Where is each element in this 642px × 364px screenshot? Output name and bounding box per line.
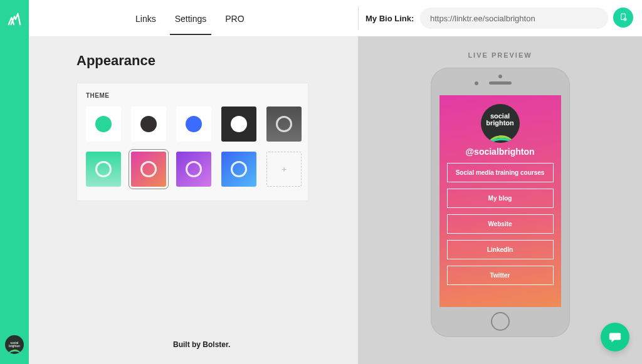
theme-swatch-black-white[interactable] — [221, 107, 256, 142]
theme-swatch-mint-gradient[interactable] — [86, 152, 121, 187]
nav-tabs: Links Settings PRO — [135, 1, 245, 35]
preview-link-button[interactable]: Social media training courses — [447, 163, 554, 182]
profile-logo: socialbrighton — [481, 104, 520, 143]
theme-panel-title: THEME — [86, 92, 299, 99]
bio-link-display[interactable]: https://linktr.ee/socialbrighton — [420, 8, 608, 29]
theme-panel: THEME + — [76, 83, 308, 201]
tab-settings[interactable]: Settings — [175, 1, 207, 35]
theme-grid: + — [86, 107, 299, 187]
chat-widget-button[interactable] — [601, 323, 629, 351]
topbar: Links Settings PRO My Bio Link: https://… — [29, 0, 642, 36]
brand-logo-icon — [8, 11, 21, 29]
theme-swatch-dark-solid[interactable] — [131, 107, 166, 142]
preview-link-button[interactable]: LinkedIn — [447, 240, 554, 259]
bio-link-label: My Bio Link: — [366, 14, 414, 23]
tab-pro[interactable]: PRO — [225, 1, 244, 35]
avatar-text: socialbrighton — [9, 341, 20, 348]
live-preview-label: LIVE PREVIEW — [468, 51, 532, 59]
phone-screen: socialbrighton @socialbrighton Social me… — [439, 95, 561, 307]
preview-links: Social media training coursesMy blogWebs… — [439, 163, 561, 285]
preview-link-button[interactable]: Twitter — [447, 266, 554, 285]
theme-swatch-purple-gradient[interactable] — [176, 152, 211, 187]
settings-pane: Appearance THEME + Built by Bolster. — [29, 36, 358, 364]
theme-add-button[interactable]: + — [266, 152, 302, 187]
tab-links[interactable]: Links — [135, 1, 156, 35]
theme-swatch-pink-gradient[interactable] — [131, 152, 166, 187]
phone-mockup: socialbrighton @socialbrighton Social me… — [431, 68, 570, 337]
page-title: Appearance — [76, 53, 358, 69]
copy-link-button[interactable] — [613, 8, 633, 28]
preview-link-button[interactable]: My blog — [447, 189, 554, 208]
theme-swatch-blue-gradient[interactable] — [221, 152, 256, 187]
preview-link-button[interactable]: Website — [447, 214, 554, 234]
profile-handle: @socialbrighton — [439, 147, 561, 157]
preview-pane: LIVE PREVIEW socialbrighton @socialbrigh… — [358, 36, 642, 364]
home-button-icon — [491, 312, 510, 331]
copy-icon — [618, 13, 628, 23]
theme-swatch-grey-gradient[interactable] — [266, 107, 302, 142]
chat-icon — [608, 330, 622, 344]
theme-swatch-mint-solid[interactable] — [86, 107, 121, 142]
footer-credit: Built by Bolster. — [173, 340, 230, 349]
avatar[interactable]: socialbrighton — [5, 335, 24, 354]
topbar-divider — [358, 6, 359, 30]
theme-swatch-blue-solid[interactable] — [176, 107, 211, 142]
app-sidebar: socialbrighton — [0, 0, 29, 364]
